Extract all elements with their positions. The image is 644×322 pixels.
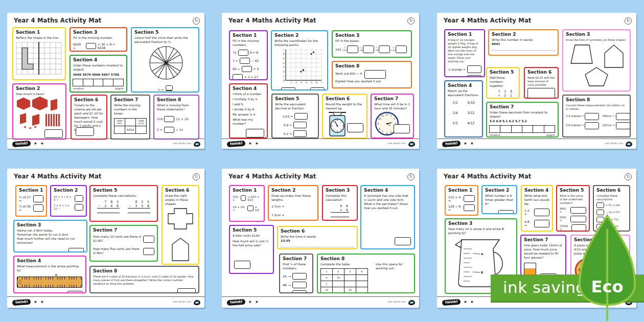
answer-box[interactable]	[177, 288, 196, 293]
section-2: Section 2 How much is here?	[12, 83, 66, 140]
answer-box[interactable]	[310, 87, 325, 90]
answer-box[interactable]	[75, 195, 83, 202]
section-prompt: Match up the equivalent fractions:	[448, 89, 479, 98]
refresh-icon[interactable]: ↻	[193, 17, 200, 25]
section-title: Section 6	[596, 188, 627, 193]
answer-box[interactable]	[534, 209, 549, 216]
answer-box[interactable]	[585, 122, 599, 129]
answer-box[interactable]	[292, 273, 307, 280]
answer-box[interactable]	[394, 124, 410, 133]
answer-box[interactable]	[143, 236, 154, 243]
answer-box[interactable]	[247, 205, 254, 211]
difficulty-stars: ★ ★	[248, 141, 260, 146]
answer-box[interactable]	[616, 113, 630, 120]
answer-box[interactable]	[33, 195, 43, 202]
answer-box[interactable]	[293, 130, 307, 137]
fraction-circle-graphic[interactable]	[134, 44, 198, 81]
answer-box[interactable]	[166, 85, 173, 90]
section-prompt: A rectangle has one side that is 12cm an…	[364, 194, 411, 211]
svg-text:7: 7	[283, 49, 285, 51]
section-title: Section 6	[527, 70, 555, 75]
answer-box[interactable]	[616, 122, 630, 129]
answer-box[interactable]	[534, 220, 549, 227]
answer-box[interactable]	[379, 45, 390, 53]
footer-divider	[437, 139, 636, 139]
refresh-icon[interactable]: ↻	[407, 17, 415, 25]
answer-box[interactable]	[570, 207, 586, 214]
eco-label: Eco	[578, 277, 637, 296]
answer-box[interactable]	[364, 70, 386, 79]
visit-link[interactable]: visit twinkl.com	[387, 301, 406, 303]
visit-link[interactable]: visit twinkl.com	[387, 142, 406, 145]
answer-box[interactable]	[527, 88, 555, 99]
section-prompt: Complete the table:	[320, 263, 368, 267]
answer-box[interactable]	[68, 248, 84, 252]
answer-box[interactable]	[498, 210, 514, 214]
answer-box[interactable]	[467, 75, 481, 77]
refresh-icon[interactable]: ↻	[407, 173, 415, 180]
answer-box[interactable]	[238, 50, 248, 56]
section-prompt: Write the missing numbers in the boxes.	[114, 104, 147, 116]
answer-box[interactable]	[294, 113, 308, 120]
writing-line[interactable]	[281, 243, 354, 247]
visit-link[interactable]: visit twinkl.com	[173, 142, 191, 145]
multiplication-table[interactable]: ×638 424 2 1030	[320, 268, 368, 293]
answer-box[interactable]	[464, 195, 475, 202]
answer-box[interactable]	[347, 123, 363, 132]
section-prompt: Round the weight to the nearest kg.	[326, 103, 364, 111]
thousand-table[interactable]: 1000 less1000 more 6014	[114, 118, 147, 134]
answer-box[interactable]	[164, 116, 174, 122]
fractions-left-column[interactable]: 1/21/41/3	[452, 101, 457, 125]
answer-box[interactable]	[363, 45, 374, 53]
ordering-strip[interactable]	[73, 79, 124, 86]
visit-link[interactable]: visit twinkl.com	[605, 142, 623, 145]
visit-link[interactable]: visit twinkl.com	[173, 301, 191, 303]
answer-box[interactable]	[464, 204, 475, 211]
section-5: Section 5 Add these numbers together: 7 …	[486, 67, 520, 99]
answer-box[interactable]	[233, 74, 243, 80]
answer-box[interactable]	[242, 66, 252, 72]
answer-box[interactable]	[292, 290, 307, 293]
answer-box[interactable]	[596, 202, 604, 208]
answer-box[interactable]	[347, 45, 358, 53]
refresh-icon[interactable]: ↻	[625, 173, 632, 180]
answer-box[interactable]	[76, 127, 94, 136]
section-8: Section 8 Work out 600 ÷ 4. Explain how …	[332, 61, 412, 88]
answer-box[interactable]	[143, 248, 154, 255]
answer-box[interactable]	[234, 261, 250, 269]
section-4: Section 4 Write what one tenth less woul…	[521, 185, 553, 232]
refresh-icon[interactable]: ↻	[625, 17, 632, 25]
page-title: Year 4 Maths Activity Mat	[14, 17, 102, 24]
writing-line[interactable]	[492, 47, 555, 51]
section-6: Section 6 Draw the right angles in these…	[162, 185, 199, 265]
refresh-icon[interactable]: ↻	[193, 173, 200, 180]
answer-box[interactable]	[293, 122, 307, 128]
answer-box[interactable]	[585, 113, 599, 120]
writing-line[interactable]	[335, 84, 408, 88]
section-title: Section 8	[320, 257, 411, 262]
fractions-right-column[interactable]: 5/103/124/12	[467, 101, 475, 125]
answer-box[interactable]	[396, 45, 407, 53]
answer-box[interactable]	[292, 282, 307, 288]
svg-text:7: 7	[321, 81, 323, 83]
answer-box[interactable]	[395, 237, 411, 245]
answer-box[interactable]	[246, 129, 264, 137]
answer-box[interactable]	[33, 204, 43, 212]
answer-box[interactable]	[241, 195, 246, 201]
answer-box[interactable]	[67, 291, 83, 293]
answer-box[interactable]	[86, 43, 96, 49]
answer-box[interactable]	[75, 204, 83, 211]
answer-box[interactable]	[467, 65, 481, 73]
answer-box[interactable]	[240, 58, 250, 64]
svg-text:5: 5	[390, 131, 392, 133]
ruler-graphic: ▼ cm mm	[17, 277, 83, 293]
twinkl-logo: twinkl	[227, 299, 246, 306]
eco-leaf-icon	[576, 214, 639, 322]
section-8: Section 8 Convert these measurements int…	[562, 95, 631, 137]
answer-box[interactable]	[44, 129, 63, 138]
point-a-label: A =	[274, 89, 280, 90]
ordering-strip[interactable]	[490, 125, 555, 133]
answer-box[interactable]	[164, 127, 174, 133]
answer-box[interactable]	[281, 87, 295, 90]
svg-text:11: 11	[381, 114, 384, 117]
